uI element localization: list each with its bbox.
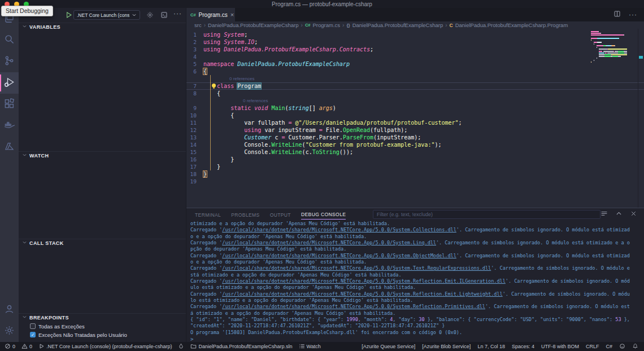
word-wrap-icon[interactable] bbox=[601, 209, 608, 220]
maximize-panel-icon[interactable] bbox=[615, 209, 623, 220]
status-item-spaces-4[interactable]: Spaces: 4 bbox=[512, 344, 534, 349]
breakpoint-checkbox[interactable]: ✓ bbox=[30, 332, 36, 337]
activity-item-azure[interactable] bbox=[0, 137, 19, 158]
debug-console-output[interactable]: otimizado e a opção do depurador 'Apenas… bbox=[186, 221, 644, 336]
code-line[interactable]: 4 bbox=[186, 53, 644, 60]
panel-tab-terminal[interactable]: TERMINAL bbox=[195, 210, 221, 220]
code-line[interactable]: 5namespace DanielPadua.ProtobufExampleCs… bbox=[186, 60, 644, 68]
editor-more-actions-icon[interactable]: ··· bbox=[629, 11, 637, 19]
code-line[interactable]: 16 } bbox=[186, 156, 644, 163]
code-line[interactable]: 11 var fullpath = @"/Users/danielpadua/p… bbox=[186, 119, 644, 126]
activity-item-search[interactable] bbox=[0, 29, 19, 51]
activity-item-run-and-debug[interactable] bbox=[0, 72, 19, 94]
split-editor-icon[interactable] bbox=[613, 10, 621, 20]
code-line[interactable]: 18} bbox=[186, 170, 644, 178]
code-line[interactable]: 17 } bbox=[186, 163, 644, 170]
status-item-danielpadua-protobufexamplecsharp-sln[interactable]: DanielPadua.ProtobufExampleCsharp.sln bbox=[190, 343, 292, 350]
status-item[interactable] bbox=[632, 343, 638, 350]
close-panel-icon[interactable] bbox=[630, 209, 637, 220]
breadcrumb-item[interactable]: src bbox=[194, 22, 202, 28]
activity-item-extensions[interactable] bbox=[0, 94, 19, 115]
code-line[interactable]: 14 Console.WriteLine("Customer from prot… bbox=[186, 141, 644, 148]
status-item-watch[interactable]: Watch bbox=[299, 343, 321, 350]
breadcrumb-separator: › bbox=[204, 22, 206, 28]
code-line[interactable]: 1using System; bbox=[186, 31, 644, 38]
code-editor[interactable]: 1using System;2using System.IO;3using Da… bbox=[186, 29, 644, 208]
open-debug-console-icon[interactable] bbox=[160, 11, 168, 20]
code-text: Console.WriteLine("Customer from protobu… bbox=[203, 141, 441, 148]
code-line[interactable]: 10 { bbox=[186, 112, 644, 119]
close-tab-icon[interactable]: × bbox=[230, 11, 234, 18]
dll-link[interactable]: /usr/local/share/dotnet/shared/Microsoft… bbox=[222, 265, 491, 271]
status-item-net-core-launch-console-protobuf-example-csharp[interactable]: .NET Core Launch (console) (protobuf-exa… bbox=[38, 343, 172, 350]
start-debugging-button[interactable] bbox=[65, 11, 72, 20]
breadcrumb-item[interactable]: DanielPadua.ProtobufExampleCsharp bbox=[353, 22, 443, 28]
debug-console-input[interactable]: > bbox=[186, 336, 644, 342]
activity-item-docker[interactable] bbox=[0, 115, 19, 137]
code-line[interactable]: 7 class Program bbox=[186, 82, 644, 90]
code-line[interactable]: 8 { bbox=[186, 90, 644, 97]
status-bar: 00.NET Core Launch (console) (protobuf-e… bbox=[0, 342, 644, 351]
line-number: 11 bbox=[186, 119, 203, 126]
breadcrumb-item[interactable]: Program.cs bbox=[313, 22, 341, 28]
status-item[interactable] bbox=[619, 343, 625, 350]
code-line[interactable]: 19 bbox=[186, 178, 644, 185]
dll-link[interactable]: /usr/local/share/dotnet/shared/Microsoft… bbox=[222, 304, 485, 309]
codelens-references[interactable]: 0 references bbox=[186, 97, 268, 104]
configure-gear-icon[interactable] bbox=[146, 11, 154, 20]
section-header-call-stack[interactable]: CALL STACK bbox=[19, 239, 186, 247]
status-item-azurite-blob-service[interactable]: [Azurite Blob Service] bbox=[422, 344, 471, 349]
status-item-utf-8-with-bom[interactable]: UTF-8 with BOM bbox=[541, 344, 579, 349]
code-line[interactable]: 13 Customer c = Customer.Parser.ParseFro… bbox=[186, 134, 644, 141]
breadcrumb-item[interactable]: DanielPadua.ProtobufExampleCsharp bbox=[208, 22, 299, 28]
code-line[interactable]: 3using DanielPadua.ProtobufExampleCsharp… bbox=[186, 46, 644, 53]
status-item-azurite-queue-service[interactable]: [Azurite Queue Service] bbox=[362, 344, 415, 349]
status-item-0[interactable]: 0 bbox=[21, 343, 32, 350]
lightbulb-icon[interactable] bbox=[212, 84, 216, 89]
status-item-0[interactable]: 0 bbox=[5, 343, 15, 350]
section-header-variables[interactable]: VARIABLES bbox=[19, 23, 186, 30]
dll-link[interactable]: /usr/local/share/dotnet/shared/Microsoft… bbox=[222, 240, 436, 245]
activity-item-source-control[interactable] bbox=[0, 51, 19, 72]
code-text: Console.WriteLine(c.ToString()); bbox=[203, 148, 353, 156]
status-item-c[interactable]: C# bbox=[606, 344, 612, 349]
codelens-references[interactable]: 0 references bbox=[186, 75, 254, 82]
line-number: 16 bbox=[186, 156, 203, 163]
activity-item-account[interactable] bbox=[0, 299, 19, 321]
activity-item-settings[interactable] bbox=[0, 321, 19, 342]
dll-link[interactable]: /usr/local/share/dotnet/shared/Microsoft… bbox=[222, 278, 506, 284]
code-line[interactable]: 6{ bbox=[186, 68, 644, 75]
dll-link[interactable]: /usr/local/share/dotnet/shared/Microsoft… bbox=[222, 291, 502, 297]
dll-link[interactable]: /usr/local/share/dotnet/shared/Microsoft… bbox=[222, 227, 456, 232]
breakpoint-item[interactable]: ✓Exceções Não Tratadas pelo Usuário bbox=[19, 331, 186, 339]
activity-bar-top bbox=[0, 8, 19, 299]
breadcrumb-item[interactable]: DanielPadua.ProtobufExampleCsharp.Progra… bbox=[455, 22, 568, 28]
code-line[interactable]: 15 Console.WriteLine(c.ToString()); bbox=[186, 148, 644, 156]
more-actions-icon[interactable]: ··· bbox=[173, 10, 182, 17]
panel-tab-debug-console[interactable]: DEBUG CONSOLE bbox=[301, 209, 346, 220]
code-line[interactable]: 9 static void Main(string[] args) bbox=[186, 104, 644, 112]
status-item[interactable] bbox=[178, 343, 184, 350]
panel-tab-problems[interactable]: PROBLEMS bbox=[231, 210, 259, 220]
section-header-watch[interactable]: WATCH bbox=[19, 151, 186, 159]
breakpoint-label: Todas as Exceções bbox=[38, 323, 85, 330]
breakpoint-checkbox[interactable] bbox=[30, 323, 36, 329]
code-text: { bbox=[203, 112, 234, 119]
active-indent-guide bbox=[210, 75, 211, 170]
dll-link[interactable]: /usr/local/share/dotnet/shared/Microsoft… bbox=[222, 253, 456, 258]
panel-tab-output[interactable]: OUTPUT bbox=[270, 210, 291, 220]
tab-program-cs[interactable]: C# Program.cs × bbox=[186, 8, 235, 21]
status-item-crlf[interactable]: CRLF bbox=[586, 344, 599, 349]
minimap[interactable] bbox=[591, 30, 627, 65]
code-line[interactable]: 2using System.IO; bbox=[186, 38, 644, 46]
status-item-ln-7-col-18[interactable]: Ln 7, Col 18 bbox=[477, 344, 505, 349]
status-label: [Azurite Queue Service] bbox=[362, 344, 415, 349]
extensions-icon bbox=[4, 98, 15, 111]
section-header-breakpoints[interactable]: BREAKPOINTS bbox=[19, 313, 186, 321]
debug-console-filter-input[interactable] bbox=[373, 210, 601, 219]
code-line[interactable]: 12 using var inputStream = File.OpenRead… bbox=[186, 126, 644, 134]
status-label: DanielPadua.ProtobufExampleCsharp.sln bbox=[198, 344, 292, 349]
launch-configuration-dropdown[interactable]: .NET Core Launch (console) bbox=[73, 10, 140, 20]
codelens-row: 0 references bbox=[186, 97, 644, 104]
breakpoint-item[interactable]: Todas as Exceções bbox=[19, 322, 186, 330]
